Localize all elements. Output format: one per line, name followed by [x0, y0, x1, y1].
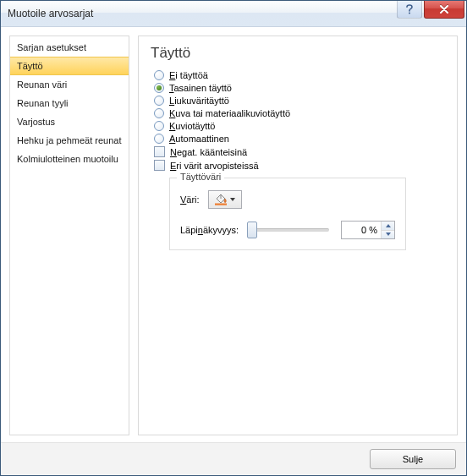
svg-rect-1 [215, 204, 227, 205]
close-button[interactable] [424, 1, 464, 19]
sidebar-item-label: Kolmiulotteinen muotoilu [17, 154, 118, 164]
sidebar-item-label: Hehku ja pehmeät reunat [17, 135, 122, 145]
paint-bucket-icon [214, 194, 228, 205]
dialog-body: Sarjan asetukset Täyttö Reunan väri Reun… [1, 27, 466, 442]
spinner-down[interactable] [382, 230, 394, 239]
option-automatic[interactable]: Automaattinen [151, 134, 445, 144]
help-button[interactable] [397, 1, 422, 19]
option-label: Eri värit arvopisteissä [170, 161, 259, 171]
radio-icon [154, 96, 164, 106]
transparency-input[interactable] [342, 222, 381, 238]
checkbox-icon [154, 160, 165, 171]
radio-icon [154, 70, 164, 80]
option-label: Liukuväritäyttö [169, 96, 229, 106]
dialog-window: Muotoile arvosarjat Sarjan asetukset [0, 0, 467, 476]
sidebar-item-label: Reunan tyyli [17, 98, 69, 108]
transparency-row: Läpinäkyvyys: [180, 221, 395, 239]
slider-track [250, 228, 329, 232]
transparency-label: Läpinäkyvyys: [180, 225, 239, 235]
option-label: Kuviotäyttö [169, 121, 215, 131]
window-controls [397, 1, 464, 19]
color-label: Väri: [180, 194, 200, 205]
option-vary-colors[interactable]: Eri värit arvopisteissä [151, 160, 445, 171]
option-label: Kuva tai materiaalikuviotäyttö [169, 108, 290, 118]
sidebar-item-label: Täyttö [17, 61, 43, 71]
option-label: Ei täyttöä [169, 70, 208, 80]
close-dialog-button[interactable]: Sulje [370, 449, 456, 469]
fill-color-group: Täyttöväri Väri: [169, 178, 406, 250]
sidebar-item-border-color[interactable]: Reunan väri [10, 75, 129, 94]
radio-icon [154, 108, 164, 118]
option-label: Automaattinen [169, 134, 229, 144]
window-title: Muotoile arvosarjat [8, 8, 93, 19]
svg-point-0 [409, 12, 410, 14]
option-gradient-fill[interactable]: Liukuväritäyttö [151, 96, 445, 106]
sidebar-item-shadow[interactable]: Varjostus [10, 112, 129, 131]
option-invert-negative[interactable]: Negat. käänteisinä [151, 146, 445, 157]
radio-icon [154, 83, 164, 93]
option-solid-fill[interactable]: Tasainen täyttö [151, 83, 445, 93]
sidebar-item-label: Sarjan asetukset [17, 42, 86, 52]
sidebar-item-border-style[interactable]: Reunan tyyli [10, 94, 129, 112]
panel-heading: Täyttö [151, 45, 445, 62]
button-label: Sulje [403, 454, 423, 464]
sidebar-item-3d-format[interactable]: Kolmiulotteinen muotoilu [10, 150, 129, 168]
dialog-footer: Sulje [1, 442, 466, 475]
main-panel: Täyttö Ei täyttöä Tasainen täyttö Liukuv… [138, 36, 458, 435]
sidebar-item-label: Varjostus [17, 117, 55, 127]
sidebar-item-glow[interactable]: Hehku ja pehmeät reunat [10, 131, 129, 150]
chevron-down-icon [230, 198, 235, 201]
titlebar: Muotoile arvosarjat [1, 1, 466, 27]
group-legend: Täyttöväri [177, 172, 224, 182]
transparency-slider[interactable] [247, 222, 332, 238]
color-row: Väri: [180, 190, 395, 209]
slider-thumb[interactable] [247, 222, 257, 238]
radio-icon [154, 134, 164, 144]
spinner-arrows [381, 222, 394, 238]
sidebar-item-label: Reunan väri [17, 79, 67, 90]
close-icon [439, 5, 449, 14]
option-pattern-fill[interactable]: Kuviotäyttö [151, 121, 445, 131]
sidebar-item-fill[interactable]: Täyttö [10, 57, 129, 75]
transparency-spinner [341, 221, 395, 239]
category-sidebar: Sarjan asetukset Täyttö Reunan väri Reun… [9, 36, 129, 435]
option-label: Tasainen täyttö [169, 83, 232, 93]
color-picker-button[interactable] [208, 190, 242, 209]
option-no-fill[interactable]: Ei täyttöä [151, 70, 445, 80]
checkbox-icon [154, 146, 165, 157]
option-label: Negat. käänteisinä [170, 147, 247, 157]
help-icon [405, 4, 414, 14]
option-picture-fill[interactable]: Kuva tai materiaalikuviotäyttö [151, 108, 445, 118]
radio-icon [154, 121, 164, 131]
sidebar-item-series-options[interactable]: Sarjan asetukset [10, 38, 129, 57]
spinner-up[interactable] [382, 222, 394, 230]
